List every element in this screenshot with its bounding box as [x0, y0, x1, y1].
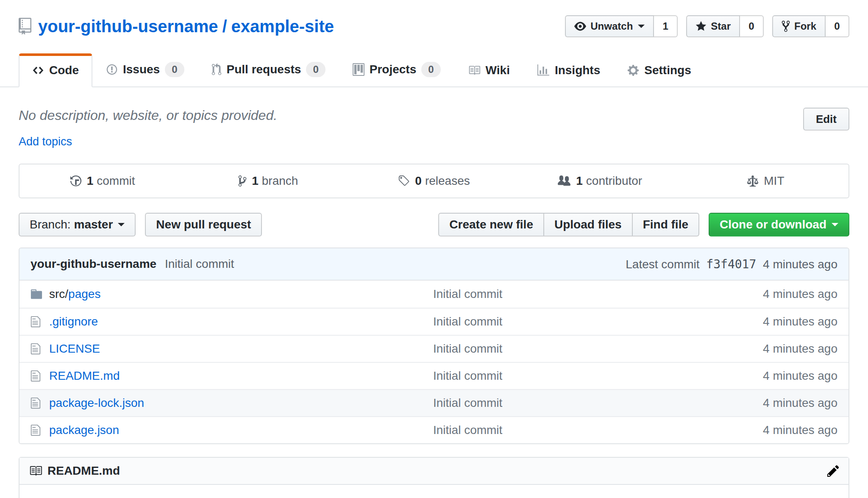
unwatch-label: Unwatch	[590, 20, 633, 32]
issue-opened-icon	[106, 64, 118, 75]
repo-title-separator: /	[222, 17, 227, 36]
repo-description: No description, website, or topics provi…	[19, 108, 277, 123]
table-row: src/pages Initial commit 4 minutes ago	[19, 281, 849, 308]
add-topics-link[interactable]: Add topics	[19, 135, 72, 148]
law-icon	[747, 175, 759, 187]
table-row: package.json Initial commit 4 minutes ag…	[19, 416, 849, 443]
table-row: .gitignore Initial commit 4 minutes ago	[19, 308, 849, 335]
commits-label: commit	[97, 174, 135, 188]
file-commit-time: 4 minutes ago	[668, 315, 837, 328]
fork-icon	[782, 20, 790, 33]
branch-name-label: master	[74, 218, 113, 231]
file-commit-message[interactable]: Initial commit	[433, 369, 668, 383]
table-row: LICENSE Initial commit 4 minutes ago	[19, 335, 849, 362]
releases-link[interactable]: 0 releases	[351, 164, 517, 198]
edit-button[interactable]: Edit	[803, 108, 849, 131]
gear-icon	[627, 64, 639, 77]
fork-label: Fork	[794, 20, 816, 32]
clone-or-download-button[interactable]: Clone or download	[709, 213, 849, 236]
folder-icon	[31, 288, 49, 300]
find-file-button[interactable]: Find file	[632, 213, 699, 236]
file-link[interactable]: package.json	[49, 423, 119, 437]
file-icon	[31, 397, 49, 409]
file-link[interactable]: src/pages	[49, 287, 100, 301]
file-browser: your-github-username Initial commit Late…	[19, 248, 849, 444]
tab-pull-requests[interactable]: Pull requests 0	[198, 52, 339, 87]
graph-icon	[537, 64, 550, 76]
clone-label: Clone or download	[720, 218, 826, 231]
latest-commit-label: Latest commit	[626, 258, 699, 271]
repo-name-link[interactable]: example-site	[231, 17, 334, 36]
readme-content	[19, 485, 849, 498]
file-commit-message[interactable]: Initial commit	[433, 423, 668, 437]
latest-commit-bar: your-github-username Initial commit Late…	[19, 248, 849, 281]
tab-insights[interactable]: Insights	[523, 53, 614, 87]
project-icon	[353, 63, 364, 76]
issues-counter: 0	[165, 62, 184, 77]
file-commit-time: 4 minutes ago	[668, 342, 837, 356]
tab-projects[interactable]: Projects 0	[339, 52, 454, 87]
readme-section: README.md	[19, 457, 849, 498]
new-pull-request-button[interactable]: New pull request	[145, 213, 262, 236]
star-label: Star	[711, 20, 731, 32]
upload-files-button[interactable]: Upload files	[543, 213, 632, 236]
file-commit-time: 4 minutes ago	[668, 396, 837, 410]
stargazers-count[interactable]: 0	[740, 15, 764, 37]
commit-sha-link[interactable]: f3f4017	[706, 257, 756, 271]
file-commit-message[interactable]: Initial commit	[433, 396, 668, 410]
tag-icon	[398, 175, 410, 187]
file-commit-time: 4 minutes ago	[668, 369, 837, 383]
fork-group: Fork 0	[772, 15, 849, 37]
file-link[interactable]: .gitignore	[49, 315, 98, 328]
repo-owner-link[interactable]: your-github-username	[38, 17, 218, 36]
tab-settings[interactable]: Settings	[614, 53, 704, 87]
file-link[interactable]: package-lock.json	[49, 396, 144, 410]
file-icon	[31, 424, 49, 437]
file-link[interactable]: README.md	[49, 369, 120, 383]
stats-bar: 1 commit 1 branch 0 releases 1 contribut…	[19, 164, 849, 198]
file-icon	[31, 370, 49, 382]
create-new-file-button[interactable]: Create new file	[438, 213, 543, 236]
releases-label: releases	[425, 174, 470, 188]
tab-issues[interactable]: Issues 0	[92, 52, 198, 87]
commits-count: 1	[87, 174, 94, 188]
branches-label: branch	[262, 174, 298, 188]
file-commit-message[interactable]: Initial commit	[433, 287, 668, 301]
unwatch-button[interactable]: Unwatch	[565, 15, 654, 37]
tab-settings-label: Settings	[644, 64, 691, 77]
commit-author-link[interactable]: your-github-username	[31, 257, 156, 270]
fork-button[interactable]: Fork	[772, 15, 826, 37]
readme-header: README.md	[19, 458, 849, 485]
contributors-count: 1	[576, 174, 583, 188]
star-group: Star 0	[686, 15, 764, 37]
table-row: README.md Initial commit 4 minutes ago	[19, 362, 849, 389]
pagehead-actions: Unwatch 1 Star 0 Fork 0	[565, 15, 849, 37]
star-button[interactable]: Star	[686, 15, 740, 37]
history-icon	[70, 175, 82, 187]
watch-group: Unwatch 1	[565, 15, 678, 37]
watchers-count[interactable]: 1	[654, 15, 678, 37]
book-icon	[468, 64, 481, 76]
book-icon	[29, 465, 42, 477]
file-commit-message[interactable]: Initial commit	[433, 315, 668, 328]
commits-link[interactable]: 1 commit	[19, 164, 185, 198]
pencil-icon[interactable]	[827, 464, 839, 478]
forks-count[interactable]: 0	[826, 15, 849, 37]
tab-wiki-label: Wiki	[486, 64, 510, 77]
commit-message-link[interactable]: Initial commit	[165, 257, 234, 270]
file-commit-time: 4 minutes ago	[668, 423, 837, 437]
eye-icon	[574, 20, 586, 32]
repo-icon	[19, 18, 31, 35]
file-commit-message[interactable]: Initial commit	[433, 342, 668, 356]
git-branch-icon	[238, 175, 247, 187]
branches-link[interactable]: 1 branch	[185, 164, 351, 198]
tab-code[interactable]: Code	[19, 53, 92, 87]
file-icon	[31, 342, 49, 355]
tab-projects-label: Projects	[370, 63, 417, 76]
file-commit-time: 4 minutes ago	[668, 287, 837, 301]
license-link[interactable]: MIT	[683, 164, 849, 198]
contributors-link[interactable]: 1 contributor	[517, 164, 683, 198]
branch-select-button[interactable]: Branch: master	[19, 213, 136, 236]
file-link[interactable]: LICENSE	[49, 342, 100, 356]
tab-wiki[interactable]: Wiki	[454, 53, 523, 87]
